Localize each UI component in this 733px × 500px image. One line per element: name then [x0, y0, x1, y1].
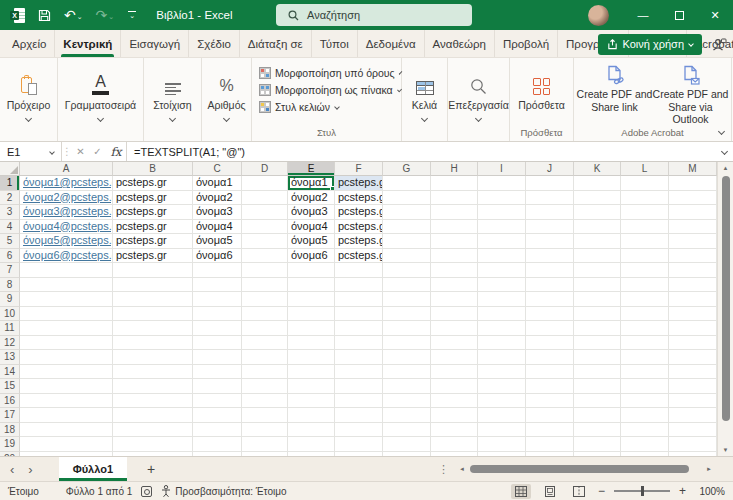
- cell-C4[interactable]: όνομα4: [193, 220, 242, 235]
- tab-Σχέδιο[interactable]: Σχέδιο: [189, 30, 240, 57]
- cell-C5[interactable]: όνομα5: [193, 234, 242, 249]
- cell-C17[interactable]: [193, 408, 242, 423]
- cell-B5[interactable]: pcsteps.gr: [113, 234, 193, 249]
- cell-D14[interactable]: [242, 365, 288, 380]
- cell-A16[interactable]: [20, 394, 113, 409]
- cell-H17[interactable]: [431, 408, 478, 423]
- cell-A14[interactable]: [20, 365, 113, 380]
- cell-K15[interactable]: [574, 379, 621, 394]
- row-header-12[interactable]: 12: [0, 336, 20, 351]
- search-input[interactable]: Αναζήτηση: [276, 4, 472, 26]
- cell-L3[interactable]: [621, 205, 669, 220]
- row-header-6[interactable]: 6: [0, 249, 20, 264]
- cell-K2[interactable]: [574, 191, 621, 206]
- insert-function-icon[interactable]: fx: [106, 145, 126, 159]
- cell-A7[interactable]: [20, 263, 113, 278]
- cell-H8[interactable]: [431, 278, 478, 293]
- cell-H14[interactable]: [431, 365, 478, 380]
- cell-styles-button[interactable]: Στυλ κελιών: [259, 98, 401, 115]
- cell-E19[interactable]: [288, 437, 335, 452]
- cell-L18[interactable]: [621, 423, 669, 438]
- cell-J6[interactable]: [526, 249, 574, 264]
- cell-I13[interactable]: [478, 350, 526, 365]
- cell-D6[interactable]: [242, 249, 288, 264]
- cell-I11[interactable]: [478, 321, 526, 336]
- cell-D4[interactable]: [242, 220, 288, 235]
- cell-D13[interactable]: [242, 350, 288, 365]
- zoom-out-icon[interactable]: −: [598, 484, 605, 498]
- cell-A17[interactable]: [20, 408, 113, 423]
- cell-F16[interactable]: [335, 394, 383, 409]
- cell-G9[interactable]: [383, 292, 431, 307]
- cell-C19[interactable]: [193, 437, 242, 452]
- cell-L8[interactable]: [621, 278, 669, 293]
- cell-L5[interactable]: [621, 234, 669, 249]
- cell-J12[interactable]: [526, 336, 574, 351]
- editing-group-button[interactable]: Επεξεργασία: [448, 58, 510, 141]
- cell-J7[interactable]: [526, 263, 574, 278]
- cell-G19[interactable]: [383, 437, 431, 452]
- cell-J8[interactable]: [526, 278, 574, 293]
- cell-G2[interactable]: [383, 191, 431, 206]
- cell-I12[interactable]: [478, 336, 526, 351]
- cell-K7[interactable]: [574, 263, 621, 278]
- cell-F6[interactable]: pcsteps.gr: [335, 249, 383, 264]
- cell-F19[interactable]: [335, 437, 383, 452]
- cell-B10[interactable]: [113, 307, 193, 322]
- zoom-level[interactable]: 100%: [695, 486, 725, 497]
- new-sheet-icon[interactable]: +: [127, 457, 175, 481]
- cell-H12[interactable]: [431, 336, 478, 351]
- cell-G15[interactable]: [383, 379, 431, 394]
- sheet-tab-fyllo1[interactable]: Φύλλο1: [59, 457, 127, 481]
- normal-view-button[interactable]: [511, 484, 531, 499]
- cell-M13[interactable]: [669, 350, 717, 365]
- formula-bar-handle[interactable]: ⋮: [62, 146, 72, 157]
- cell-I5[interactable]: [478, 234, 526, 249]
- scroll-right-icon[interactable]: ►: [703, 466, 715, 472]
- conditional-formatting-button[interactable]: Μορφοποίηση υπό όρους: [259, 64, 401, 81]
- tab-bar-splitter[interactable]: ⋮: [438, 457, 449, 481]
- cell-F5[interactable]: pcsteps.gr: [335, 234, 383, 249]
- cell-C3[interactable]: όνομα3: [193, 205, 242, 220]
- cell-D8[interactable]: [242, 278, 288, 293]
- scroll-left-icon[interactable]: ◄: [456, 466, 468, 472]
- row-header-13[interactable]: 13: [0, 350, 20, 365]
- cell-L11[interactable]: [621, 321, 669, 336]
- macro-record-icon[interactable]: [141, 486, 152, 497]
- cell-C1[interactable]: όνομα1: [193, 176, 242, 191]
- cell-G5[interactable]: [383, 234, 431, 249]
- cell-A3[interactable]: όνομα3@pcsteps.gr: [20, 205, 113, 220]
- cell-G18[interactable]: [383, 423, 431, 438]
- cell-G13[interactable]: [383, 350, 431, 365]
- column-header-A[interactable]: A: [20, 162, 113, 176]
- tab-Τύποι[interactable]: Τύποι: [312, 30, 358, 57]
- cell-M6[interactable]: [669, 249, 717, 264]
- cell-M19[interactable]: [669, 437, 717, 452]
- cell-J4[interactable]: [526, 220, 574, 235]
- tab-Κεντρική[interactable]: Κεντρική: [55, 30, 121, 57]
- cell-D1[interactable]: [242, 176, 288, 191]
- cell-I4[interactable]: [478, 220, 526, 235]
- cell-F1[interactable]: pcsteps.gr: [335, 176, 383, 191]
- cell-J16[interactable]: [526, 394, 574, 409]
- cell-G17[interactable]: [383, 408, 431, 423]
- fill-handle[interactable]: [330, 186, 335, 191]
- cell-A9[interactable]: [20, 292, 113, 307]
- cell-H16[interactable]: [431, 394, 478, 409]
- cell-H4[interactable]: [431, 220, 478, 235]
- cell-E5[interactable]: όνομα5: [288, 234, 335, 249]
- cell-I6[interactable]: [478, 249, 526, 264]
- cell-B15[interactable]: [113, 379, 193, 394]
- cell-K3[interactable]: [574, 205, 621, 220]
- cell-H19[interactable]: [431, 437, 478, 452]
- column-header-G[interactable]: G: [383, 162, 431, 176]
- zoom-slider-handle[interactable]: [641, 486, 645, 496]
- cell-M10[interactable]: [669, 307, 717, 322]
- cell-L13[interactable]: [621, 350, 669, 365]
- column-header-D[interactable]: D: [242, 162, 288, 176]
- column-header-C[interactable]: C: [193, 162, 242, 176]
- addins-button[interactable]: Πρόσθετα Πρόσθετα: [510, 58, 574, 141]
- cell-G14[interactable]: [383, 365, 431, 380]
- cell-E6[interactable]: όνομα6: [288, 249, 335, 264]
- cell-M14[interactable]: [669, 365, 717, 380]
